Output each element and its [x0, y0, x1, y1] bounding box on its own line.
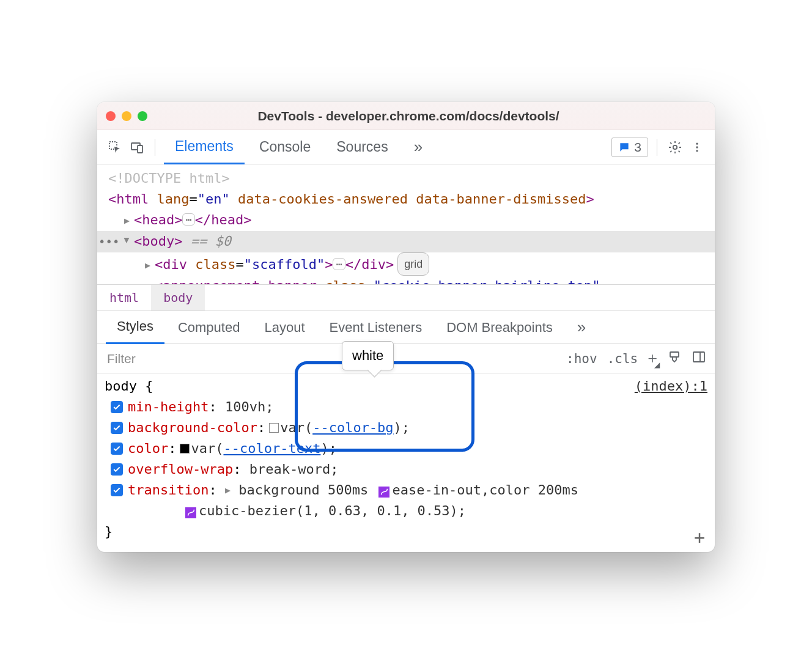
- announcement-banner-element[interactable]: ▶<announcement-banner class="cookie-bann…: [108, 276, 704, 284]
- tab-sources[interactable]: Sources: [325, 130, 399, 164]
- svg-point-4: [696, 142, 698, 144]
- close-brace: }: [105, 521, 715, 542]
- prop-toggle-checkbox[interactable]: [111, 422, 123, 434]
- dom-tree[interactable]: <!DOCTYPE html> <html lang="en" data-coo…: [97, 164, 715, 284]
- collapse-icon[interactable]: ▶: [117, 238, 138, 246]
- subtab-computed[interactable]: Computed: [167, 311, 251, 344]
- svg-point-3: [673, 145, 677, 149]
- zoom-icon[interactable]: [138, 111, 147, 121]
- messages-count: 3: [634, 140, 641, 155]
- prop-toggle-checkbox[interactable]: [111, 443, 123, 455]
- svg-point-6: [696, 150, 698, 152]
- styles-filter-bar: :hov .cls +◢: [97, 344, 715, 373]
- svg-point-5: [696, 146, 698, 148]
- prop-toggle-checkbox[interactable]: [111, 484, 123, 496]
- tab-elements[interactable]: Elements: [164, 130, 245, 164]
- inspect-icon[interactable]: [106, 138, 124, 156]
- subtab-styles[interactable]: Styles: [106, 311, 164, 344]
- breadcrumb-body[interactable]: body: [151, 285, 205, 310]
- body-element-selected[interactable]: ••• ▶<body> == $0: [97, 231, 715, 252]
- head-element[interactable]: ▶<head>⋯</head>: [108, 210, 704, 231]
- styles-filter-input[interactable]: [97, 351, 558, 366]
- subtab-event-listeners[interactable]: Event Listeners: [319, 311, 434, 344]
- subtabs-more-icon[interactable]: »: [566, 311, 597, 344]
- svg-rect-2: [138, 145, 142, 153]
- svg-rect-7: [670, 352, 679, 357]
- expand-icon[interactable]: ▶: [124, 210, 133, 231]
- kebab-menu-icon[interactable]: [688, 138, 706, 156]
- breadcrumb: html body: [97, 284, 715, 311]
- brush-icon[interactable]: [667, 350, 682, 367]
- color-swatch-icon[interactable]: [269, 423, 279, 433]
- prop-min-height[interactable]: min-height: 100vh;: [105, 397, 715, 417]
- var-link[interactable]: --color-bg: [312, 420, 393, 435]
- prop-background-color[interactable]: background-color:var(--color-bg);: [105, 417, 715, 438]
- expand-icon[interactable]: ▶: [225, 485, 231, 496]
- new-style-rule-icon[interactable]: +◢: [648, 349, 657, 369]
- close-icon[interactable]: [106, 111, 116, 121]
- messages-button[interactable]: 3: [611, 138, 648, 157]
- prop-toggle-checkbox[interactable]: [111, 463, 123, 476]
- expand-icon[interactable]: ▶: [145, 276, 153, 284]
- source-link[interactable]: (index):1: [635, 376, 707, 397]
- bezier-editor-icon[interactable]: [378, 487, 389, 498]
- styles-pane: white body { (index):1 min-height: 100vh…: [97, 373, 715, 552]
- add-property-icon[interactable]: +: [694, 527, 705, 548]
- prop-toggle-checkbox[interactable]: [111, 401, 123, 413]
- styles-subtabs: Styles Computed Layout Event Listeners D…: [97, 311, 715, 344]
- titlebar: DevTools - developer.chrome.com/docs/dev…: [97, 102, 715, 130]
- ellipsis-icon[interactable]: ⋯: [333, 258, 345, 270]
- div-scaffold-element[interactable]: ▶<div class="scaffold">⋯</div>grid: [108, 252, 704, 276]
- var-link[interactable]: --color-text: [223, 441, 320, 456]
- devtools-window: DevTools - developer.chrome.com/docs/dev…: [97, 102, 715, 552]
- computed-sidebar-toggle-icon[interactable]: [692, 350, 706, 367]
- hov-toggle[interactable]: :hov: [566, 351, 597, 366]
- subtab-dom-breakpoints[interactable]: DOM Breakpoints: [435, 311, 564, 344]
- selector[interactable]: body {: [105, 376, 153, 397]
- ellipsis-icon[interactable]: ⋯: [182, 213, 194, 226]
- expand-icon[interactable]: ▶: [145, 255, 153, 276]
- cls-toggle[interactable]: .cls: [607, 351, 638, 366]
- prop-color[interactable]: color:var(--color-text);: [105, 438, 715, 459]
- html-element[interactable]: <html lang="en" data-cookies-answered da…: [108, 189, 704, 210]
- grid-badge[interactable]: grid: [397, 252, 429, 276]
- main-toolbar: Elements Console Sources » 3: [97, 130, 715, 164]
- svg-rect-8: [693, 352, 704, 362]
- settings-icon[interactable]: [666, 138, 684, 156]
- traffic-lights: [106, 111, 147, 121]
- color-swatch-icon[interactable]: [180, 444, 190, 454]
- breadcrumb-html[interactable]: html: [97, 285, 151, 310]
- device-toggle-icon[interactable]: [128, 138, 146, 156]
- prop-overflow-wrap[interactable]: overflow-wrap: break-word;: [105, 459, 715, 480]
- prop-transition-cont: cubic-bezier(1, 0.63, 0.1, 0.53);: [105, 501, 715, 521]
- bezier-editor-icon[interactable]: [185, 507, 196, 518]
- doctype-line: <!DOCTYPE html>: [108, 168, 704, 189]
- tabs-more-icon[interactable]: »: [403, 130, 434, 164]
- minimize-icon[interactable]: [122, 111, 131, 121]
- subtab-layout[interactable]: Layout: [253, 311, 316, 344]
- prop-transition[interactable]: transition: ▶ background 500ms ease-in-o…: [105, 480, 715, 501]
- window-title: DevTools - developer.chrome.com/docs/dev…: [147, 109, 670, 123]
- tab-console[interactable]: Console: [248, 130, 322, 164]
